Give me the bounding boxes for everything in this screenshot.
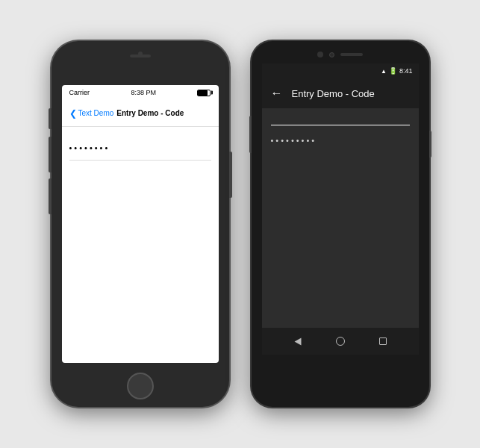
ios-content: •••••••• [62,127,219,363]
android-signal-icon: ▲ [381,68,387,75]
android-content: ••••••••• [262,108,419,328]
ios-volume-down [49,178,52,214]
android-power-button [429,131,431,158]
android-status-icons: ▲ 🔋 8:41 [381,67,412,75]
ios-battery-icon [197,90,211,96]
ios-battery-fill [198,90,208,96]
android-back-nav-icon[interactable] [294,338,302,345]
ios-back-label: Text Demo [78,109,114,117]
android-back-triangle [294,337,301,345]
ios-home-button[interactable] [127,373,154,399]
ios-volume-up [49,137,52,172]
ios-status-right [197,90,211,96]
android-recent-nav-icon[interactable] [379,337,387,345]
android-toolbar: ← Entry Demo - Code [262,78,419,108]
android-home-circle [336,337,345,346]
ios-mute-switch [49,108,52,129]
android-recent-square [379,337,387,345]
android-speaker-bar [340,53,363,56]
ios-back-button[interactable]: ❮ Text Demo [69,109,114,118]
ios-nav-bar: ❮ Text Demo Entry Demo - Code [62,100,219,127]
ios-password-row: •••••••• [69,134,211,161]
ios-password-field[interactable]: •••••••• [69,143,110,152]
ios-nav-title: Entry Demo - Code [116,109,184,117]
android-phone: ▲ 🔋 8:41 ← Entry Demo - Code ••••••••• [252,41,429,407]
android-screen: ▲ 🔋 8:41 ← Entry Demo - Code ••••••••• [262,63,419,355]
ios-time: 8:38 PM [131,89,156,96]
android-speaker [317,52,323,57]
ios-power-button [229,152,232,198]
ios-screen: Carrier 8:38 PM ❮ Text Demo Entry Demo -… [62,85,219,363]
android-volume-button [249,116,252,153]
android-camera-dot [329,52,334,57]
android-input-underline [271,120,410,125]
ios-carrier: Carrier [69,89,90,96]
ios-phone: Carrier 8:38 PM ❮ Text Demo Entry Demo -… [52,41,229,407]
ios-back-chevron-icon: ❮ [69,109,77,118]
android-toolbar-title: Entry Demo - Code [292,88,375,99]
android-toolbar-back-icon[interactable]: ← [271,87,283,99]
ios-speaker [130,55,151,57]
android-camera-area [252,41,429,63]
android-status-bar: ▲ 🔋 8:41 [262,63,419,78]
android-battery-icon: 🔋 [389,67,397,75]
android-home-nav-icon[interactable] [336,337,345,346]
ios-status-bar: Carrier 8:38 PM [62,85,219,100]
android-nav-bar [262,328,419,355]
android-password-field[interactable]: ••••••••• [271,133,410,148]
android-time: 8:41 [399,67,413,75]
